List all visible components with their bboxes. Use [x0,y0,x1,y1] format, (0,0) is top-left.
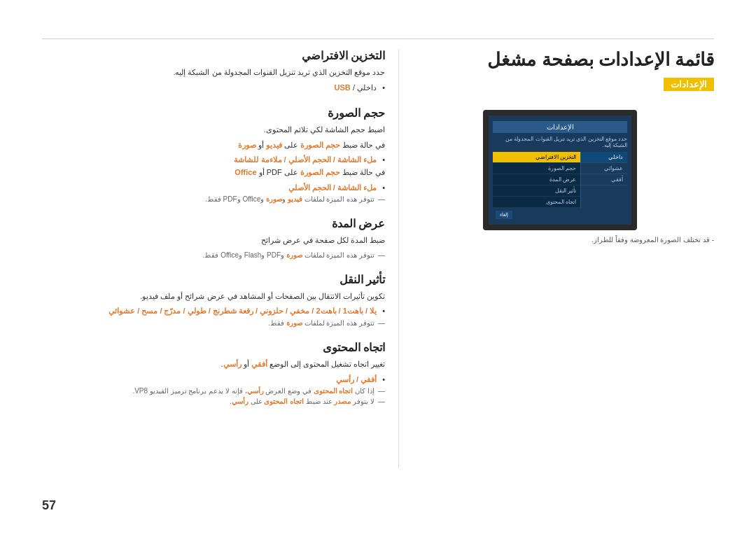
screen-menu-right: داخلي عشوائي أفقي [580,152,627,208]
screen-menu-item-duration: عرض المدة [493,174,580,185]
note-direction-1: إذا كان اتجاه المحتوى في وضع العرض رأسي،… [42,386,385,396]
top-divider [42,38,714,39]
screen-menu-item-storage: التخزين الافتراضي [493,152,580,163]
right-column: قائمة الإعدادات بصفحة مشغل الإعدادات الإ… [406,49,714,244]
main-title: قائمة الإعدادات بصفحة مشغل [406,49,714,71]
section-title-storage: التخزين الافتراضي [42,49,385,62]
screen-menu-left: التخزين الافتراضي حجم الصورة عرض المدة ت… [493,152,580,208]
page-container: 57 قائمة الإعدادات بصفحة مشغل الإعدادات … [0,0,756,534]
section-title-transition: تأثير النقل [42,273,385,286]
bullet-direction: أفقي / رأسي [42,374,385,386]
screen-menu: التخزين الافتراضي حجم الصورة عرض المدة ت… [493,152,627,208]
screen-menu-item-direction: اتجاه المحتوى [493,197,580,208]
screen-side-item-internal: داخلي [581,152,627,163]
screen-menu-item-imagesize: حجم الصورة [493,163,580,174]
section-text-imagesize-3: في حالة ضبط حجم الصورة على PDF أو Office [42,167,385,179]
section-text-imagesize-2: في حالة ضبط حجم الصورة على فيديو أو صورة [42,139,385,152]
note-transition: تتوفر هذه الميزة لملفات صورة فقط. [42,318,385,328]
screen-mockup: الإعدادات حدد موقع التخزين الذي تريد تنز… [483,110,637,230]
screen-menu-item-transition: تأثير النقل [493,185,580,197]
section-text-storage: حدد موقع التخزين الذي تريد تنزيل القنوات… [42,66,385,79]
bullet-imagesize-2: ملء الشاشة / الحجم الأصلي [42,182,385,195]
vertical-divider [398,49,399,469]
screen-desc: حدد موقع التخزين الذي تريد تنزيل القنوات… [493,136,627,148]
screen-cancel-btn[interactable]: إلغاء [496,211,512,219]
section-text-imagesize-1: اضبط حجم الشاشة لكي تلائم المحتوى. [42,124,385,136]
usb-link: USB [335,83,351,92]
bullet-storage: داخلي / USB [42,82,385,94]
section-text-transition: تكوين تأثيرات الانتقال بين الصفحات أو ال… [42,290,385,303]
section-badge: الإعدادات [664,78,714,91]
section-text-direction: تغيير اتجاه تشغيل المحتوى إلى الوضع أفقي… [42,358,385,371]
bullet-imagesize-1: ملء الشاشة / الحجم الأصلي / ملاءمة للشاش… [42,154,385,167]
note-imagesize: تتوفر هذه الميزة لملفات فيديو وصورة وOff… [42,194,385,204]
left-column: التخزين الافتراضي حدد موقع التخزين الذي … [42,49,385,407]
section-title-direction: اتجاه المحتوى [42,341,385,354]
screen-side-item-horizontal: أفقي [581,174,627,185]
screen-footer-note: - قد تختلف الصورة المعروضة وفقاً للطراز. [406,236,714,244]
screen-inner: الإعدادات حدد موقع التخزين الذي تريد تنز… [489,115,631,225]
section-text-duration: ضبط المدة لكل صفحة في عرض شرائح [42,234,385,247]
section-title-duration: عرض المدة [42,217,385,230]
note-direction-2: لا يتوفر مصدر عند ضبط اتجاه المحتوى على … [42,396,385,407]
screen-side-item-random: عشوائي [581,163,627,174]
page-number: 57 [42,498,56,513]
bullet-transition: يلا / باهت1 / باهت2 / مخفي / حلزوني / رق… [42,305,385,318]
note-duration: تتوفر هذه الميزة لملفات صورة وPDF وFlash… [42,250,385,260]
section-title-imagesize: حجم الصورة [42,106,385,120]
screen-title: الإعدادات [493,121,627,133]
